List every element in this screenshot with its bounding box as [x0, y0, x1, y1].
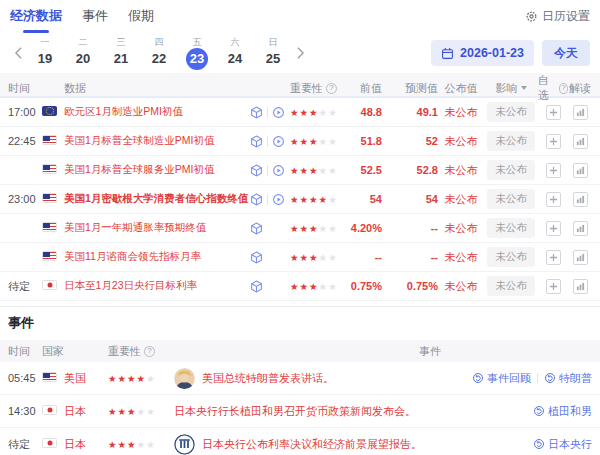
event-related-link[interactable]: 特朗普: [544, 371, 592, 386]
col-data: 数据: [64, 81, 250, 96]
gear-icon: [525, 10, 538, 23]
calendar-settings-button[interactable]: 日历设置: [525, 8, 590, 25]
week-day-cell[interactable]: 六 24: [216, 37, 254, 70]
chevron-down-icon: [521, 86, 527, 90]
col-forecast: 预测值: [382, 81, 438, 96]
star-icon: ★: [328, 165, 338, 176]
event-related-link[interactable]: 事件回顾: [472, 371, 531, 386]
events-section: 事件 时间 国家 重要性 ? 事件 05:45 美国 ★★★★★ 美国总统特朗普…: [0, 306, 600, 455]
importance-stars: ★★★★★: [108, 373, 174, 384]
forecast-value: --: [382, 251, 438, 263]
video-play-icon[interactable]: [272, 106, 285, 119]
star-icon: ★: [319, 252, 329, 263]
history-data-icon[interactable]: [250, 251, 263, 264]
calendar-settings-label: 日历设置: [542, 8, 590, 25]
question-circle-icon[interactable]: ?: [326, 83, 337, 94]
event-related-link[interactable]: 植田和男: [533, 404, 592, 419]
interpret-chart-button[interactable]: [573, 134, 588, 149]
interpret-chart-button[interactable]: [573, 250, 588, 265]
event-time: 待定: [8, 437, 42, 452]
add-favorite-button[interactable]: [546, 192, 561, 207]
star-icon: ★: [137, 406, 147, 417]
forecast-value: --: [382, 222, 438, 234]
question-circle-icon[interactable]: ?: [144, 346, 155, 357]
tab-economic-data[interactable]: 经济数据: [10, 0, 62, 35]
data-row: 22:45 美国1月标普全球制造业PMI初值 ★★★★★ 51.8 52 未公布…: [0, 127, 600, 156]
star-icon: ★: [290, 107, 300, 118]
history-data-icon[interactable]: [250, 135, 263, 148]
indicator-name-link[interactable]: 美国1月密歇根大学消费者信心指数终值: [64, 192, 250, 206]
published-value: 未公布: [438, 250, 484, 265]
country-flag: [42, 251, 57, 262]
country-flag: [42, 280, 57, 291]
video-play-icon[interactable]: [272, 135, 285, 148]
add-favorite-button[interactable]: [546, 279, 561, 294]
history-data-icon[interactable]: [250, 106, 263, 119]
add-favorite-button[interactable]: [546, 163, 561, 178]
history-data-icon[interactable]: [250, 222, 263, 235]
add-favorite-button[interactable]: [546, 105, 561, 120]
country-flag: [42, 372, 57, 383]
star-icon: ★: [319, 136, 329, 147]
indicator-name-link[interactable]: 美国1月标普全球制造业PMI初值: [64, 134, 250, 148]
data-row: 17:00 欧元区1月制造业PMI初值 ★★★★★ 48.8 49.1 未公布 …: [0, 98, 600, 127]
week-day-cell[interactable]: 二 20: [64, 37, 102, 70]
data-row: 美国11月谘商会领先指标月率 ★★★★★ -- -- 未公布 未公布: [0, 243, 600, 272]
history-data-icon[interactable]: [250, 193, 263, 206]
interpret-chart-button[interactable]: [573, 279, 588, 294]
add-favorite-button[interactable]: [546, 221, 561, 236]
indicator-name-link[interactable]: 日本至1月23日央行目标利率: [64, 279, 250, 293]
indicator-name-link[interactable]: 欧元区1月制造业PMI初值: [64, 105, 250, 119]
event-description-link[interactable]: 日本央行公布利率决议和经济前景展望报告。: [202, 437, 422, 452]
release-time: 22:45: [8, 135, 42, 147]
tab-holidays[interactable]: 假期: [128, 0, 154, 35]
tab-events[interactable]: 事件: [82, 0, 108, 35]
data-row: 23:00 美国1月密歇根大学消费者信心指数终值 ★★★★★ 54 54 未公布…: [0, 185, 600, 214]
interpret-chart-button[interactable]: [573, 192, 588, 207]
prev-week-chevron-icon[interactable]: [10, 41, 26, 65]
event-description-link[interactable]: 日本央行行长植田和男召开货币政策新闻发布会。: [174, 404, 416, 419]
impact-badge: 未公布: [487, 247, 535, 267]
event-time: 14:30: [8, 405, 42, 417]
event-description-link[interactable]: 美国总统特朗普发表讲话。: [202, 371, 334, 386]
star-icon: ★: [300, 194, 310, 205]
indicator-name-link[interactable]: 美国1月一年期通胀率预期终值: [64, 221, 250, 235]
date-picker-button[interactable]: 2026-01-23: [431, 40, 534, 66]
star-icon: ★: [127, 439, 137, 450]
event-links: 植田和男: [533, 404, 592, 419]
week-day-cell[interactable]: 三 21: [102, 37, 140, 70]
importance-stars: ★★★★★: [290, 165, 340, 176]
week-day-cell[interactable]: 一 19: [26, 37, 64, 70]
week-day-cell[interactable]: 四 22: [140, 37, 178, 70]
interpret-chart-button[interactable]: [573, 221, 588, 236]
week-day-cell[interactable]: 日 25: [254, 37, 292, 70]
history-data-icon[interactable]: [250, 164, 263, 177]
country-flag: [42, 135, 57, 146]
star-icon: ★: [118, 373, 128, 384]
interpret-chart-button[interactable]: [573, 163, 588, 178]
importance-stars: ★★★★★: [290, 223, 340, 234]
star-icon: ★: [309, 194, 319, 205]
col-importance: 重要性 ?: [108, 344, 268, 359]
col-impact[interactable]: 影响: [484, 81, 538, 96]
add-favorite-button[interactable]: [546, 134, 561, 149]
event-related-link[interactable]: 日本央行: [533, 437, 592, 452]
question-circle-icon[interactable]: ?: [559, 83, 568, 94]
events-title: 事件: [0, 314, 600, 340]
history-data-icon[interactable]: [250, 280, 263, 293]
event-row: 14:30 日本 ★★★★★ 日本央行行长植田和男召开货币政策新闻发布会。 植田…: [0, 395, 600, 428]
add-favorite-button[interactable]: [546, 250, 561, 265]
impact-badge: 未公布: [487, 160, 535, 180]
star-icon: ★: [319, 165, 329, 176]
next-week-chevron-icon[interactable]: [292, 41, 308, 65]
star-icon: ★: [300, 281, 310, 292]
indicator-name-link[interactable]: 美国1月标普全球服务业PMI初值: [64, 163, 250, 177]
video-play-icon[interactable]: [272, 164, 285, 177]
data-row: 待定 日本至1月23日央行目标利率 ★★★★★ 0.75% 0.75% 未公布 …: [0, 272, 600, 301]
indicator-name-link[interactable]: 美国11月谘商会领先指标月率: [64, 250, 250, 264]
event-links: 事件回顾 特朗普: [472, 371, 592, 386]
today-button[interactable]: 今天: [542, 40, 590, 66]
video-play-icon[interactable]: [272, 193, 285, 206]
interpret-chart-button[interactable]: [573, 105, 588, 120]
week-day-cell[interactable]: 五 23: [178, 37, 216, 70]
